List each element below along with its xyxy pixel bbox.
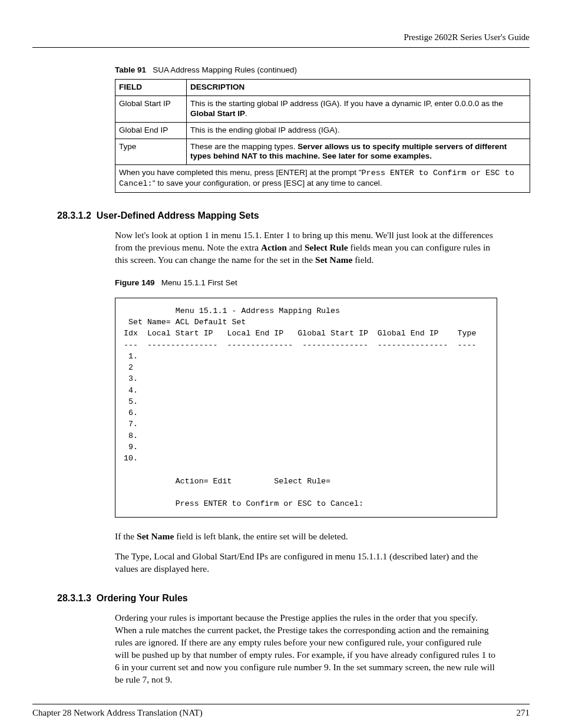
th-description: DESCRIPTION xyxy=(187,80,530,96)
section-number: 28.3.1.2 xyxy=(57,210,91,220)
table-caption-text: SUA Address Mapping Rules (continued) xyxy=(153,65,297,74)
footer-text: When you have completed this menu, press… xyxy=(119,168,361,177)
sua-mapping-table: FIELD DESCRIPTION Global Start IP This i… xyxy=(115,79,530,193)
table-row: Type These are the mapping types. Server… xyxy=(115,139,530,165)
footer-text: " to save your configuration, or press [… xyxy=(153,179,382,187)
bold-term: Select Rule xyxy=(305,242,348,252)
cell-desc: This is the ending global IP address (IG… xyxy=(187,122,530,139)
desc-bold: Global Start IP xyxy=(190,109,245,118)
paragraph: If the Set Name field is left blank, the… xyxy=(115,531,497,543)
body-text: and xyxy=(287,242,305,252)
paragraph: Ordering your rules is important because… xyxy=(115,612,497,686)
cell-desc: This is the starting global IP address (… xyxy=(187,95,530,122)
bold-term: Action xyxy=(261,242,287,252)
desc-text: . xyxy=(245,109,247,118)
desc-text: This is the ending global IP address (IG… xyxy=(190,126,339,134)
terminal-menu: Menu 15.1.1 - Address Mapping Rules Set … xyxy=(115,298,497,518)
body-text: If the xyxy=(115,531,137,541)
table-footer-row: When you have completed this menu, press… xyxy=(115,165,530,193)
cell-field: Type xyxy=(115,139,187,165)
section-heading: 28.3.1.2 User-Defined Address Mapping Se… xyxy=(57,210,530,221)
section-heading: 28.3.1.3 Ordering Your Rules xyxy=(57,593,530,604)
bold-term: Set Name xyxy=(137,531,174,541)
section-title: User-Defined Address Mapping Sets xyxy=(97,210,259,220)
desc-text: This is the starting global IP address (… xyxy=(190,99,503,108)
document-page: Prestige 2602R Series User's Guide Table… xyxy=(0,0,562,728)
body-text: field. xyxy=(352,255,373,265)
th-field: FIELD xyxy=(115,80,187,96)
footer-chapter: Chapter 28 Network Address Translation (… xyxy=(32,708,203,718)
desc-text: These are the mapping types. xyxy=(190,142,297,151)
footer-page-number: 271 xyxy=(517,708,530,718)
table-footer-cell: When you have completed this menu, press… xyxy=(115,165,530,193)
table-row: Global Start IP This is the starting glo… xyxy=(115,95,530,122)
figure-text: Menu 15.1.1 First Set xyxy=(161,278,237,287)
cell-field: Global Start IP xyxy=(115,95,187,122)
body-text: field is left blank, the entire set will… xyxy=(174,531,348,541)
table-row: Global End IP This is the ending global … xyxy=(115,122,530,139)
paragraph: Now let's look at option 1 in menu 15.1.… xyxy=(115,229,497,266)
section-title: Ordering Your Rules xyxy=(97,593,188,603)
bold-term: Set Name xyxy=(315,255,352,265)
table-caption: Table 91 SUA Address Mapping Rules (cont… xyxy=(115,65,530,74)
table-header-row: FIELD DESCRIPTION xyxy=(115,80,530,96)
paragraph: The Type, Local and Global Start/End IPs… xyxy=(115,551,497,575)
figure-label: Figure 149 xyxy=(115,278,155,287)
cell-field: Global End IP xyxy=(115,122,187,139)
page-footer: Chapter 28 Network Address Translation (… xyxy=(32,704,530,718)
table-caption-label: Table 91 xyxy=(115,65,146,74)
cell-desc: These are the mapping types. Server allo… xyxy=(187,139,530,165)
figure-caption: Figure 149 Menu 15.1.1 First Set xyxy=(115,278,530,287)
running-head: Prestige 2602R Series User's Guide xyxy=(32,32,530,48)
section-number: 28.3.1.3 xyxy=(57,593,91,603)
